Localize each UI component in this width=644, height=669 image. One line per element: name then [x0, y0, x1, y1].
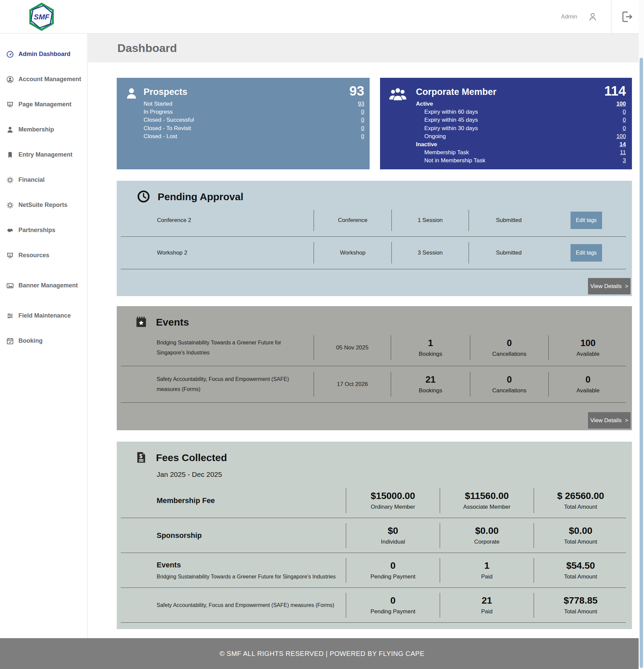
row-count-link[interactable]: 93 — [358, 101, 364, 107]
view-details-button[interactable]: View Details > — [588, 412, 631, 429]
presentation-board-icon — [6, 101, 14, 109]
sidebar-item-account-management[interactable]: Account Management — [0, 67, 87, 92]
row-count-link[interactable]: 0 — [361, 117, 364, 124]
fee-stat: $0Individual — [346, 518, 440, 553]
sidebar-item-financial[interactable]: Financial — [0, 167, 87, 193]
stat-value: $15000.00 — [370, 490, 415, 501]
row-count-link[interactable]: 100 — [616, 101, 626, 107]
row-count-link[interactable]: 0 — [361, 109, 364, 115]
fees-row: Safety Accountability, Focus and Empower… — [117, 588, 632, 622]
edit-tags-button[interactable]: Edit tags — [571, 212, 602, 229]
stat-label: Total Amount — [564, 504, 597, 510]
fee-subitem: Safety Accountability, Focus and Empower… — [157, 602, 342, 608]
row-count-link[interactable]: 11 — [620, 149, 626, 156]
row-count-link[interactable]: 0 — [623, 109, 626, 115]
row-label: Ongoing — [416, 133, 446, 140]
sidebar-item-label: Booking — [18, 337, 43, 345]
sidebar-item-label: Account Management — [18, 75, 81, 83]
row-count-link[interactable]: 0 — [361, 125, 364, 132]
row-count-link[interactable]: 0 — [623, 125, 626, 132]
pending-row: Conference 2 Conference 1 Session Submit… — [117, 204, 632, 237]
sidebar-item-field-maintenance[interactable]: Field Maintenance — [0, 303, 87, 328]
stat-value: 1 — [484, 560, 490, 571]
person-icon — [125, 87, 138, 101]
sidebar-item-label: Banner Management — [18, 282, 78, 289]
sliders-icon — [6, 312, 14, 320]
stat-value: 0 — [507, 374, 512, 385]
fees-title: Fees Collected — [156, 452, 227, 464]
prospects-title: Prospects — [143, 87, 187, 97]
stat-value: $778.85 — [563, 595, 597, 606]
stat-label: Cancellations — [492, 351, 526, 357]
sidebar-item-banner-management[interactable]: Banner Management — [0, 268, 87, 303]
user-profile-icon[interactable] — [587, 11, 598, 22]
row-count-link[interactable]: 0 — [623, 117, 626, 124]
fees-period: Jan 2025 - Dec 2025 — [157, 470, 632, 479]
sidebar-item-label: Page Management — [18, 101, 71, 108]
stat-value: $0.00 — [569, 526, 592, 536]
view-details-button[interactable]: View Details > — [588, 278, 631, 295]
sidebar-item-resources[interactable]: Resources — [0, 243, 87, 268]
fee-stat: $0.00Total Amount — [534, 518, 632, 553]
stat-value: $0.00 — [475, 526, 499, 536]
event-name: Bridging Sustainability Towards a Greene… — [117, 330, 313, 366]
fee-stat: $0.00Corporate — [440, 518, 534, 553]
edit-tags-button[interactable]: Edit tags — [571, 244, 602, 261]
page-title: Dashboard — [117, 33, 644, 62]
bookmark-icon — [6, 151, 14, 159]
pending-approval-panel: Pending Approval Conference 2 Conference… — [117, 181, 632, 296]
sidebar-item-membership[interactable]: Membership — [0, 117, 87, 142]
row-count-link[interactable]: 0 — [361, 133, 364, 140]
event-bookings-stat: 1Bookings — [391, 330, 470, 366]
entry-status: Submitted — [469, 204, 549, 237]
clock-icon — [137, 190, 150, 204]
entry-type: Conference — [314, 204, 391, 237]
row-label: Not in Membership Task — [416, 157, 485, 164]
fees-row: Events Bridging Sustainability Towards a… — [117, 553, 632, 587]
sidebar-item-netsuite-reports[interactable]: NetSuite Reports — [0, 193, 87, 218]
corporate-row: Expiry within 45 days0 — [416, 116, 626, 124]
view-details-label: View Details — [590, 417, 621, 424]
sidebar-item-partnerships[interactable]: Partnerships — [0, 218, 87, 243]
sidebar-item-entry-management[interactable]: Entry Management — [0, 142, 87, 167]
fee-stat: $54.50Total Amount — [534, 553, 632, 587]
sidebar-item-label: Admin Dashboard — [18, 50, 70, 58]
events-panel: Events Bridging Sustainability Towards a… — [117, 306, 632, 430]
row-count-link[interactable]: 100 — [616, 133, 626, 140]
logout-icon[interactable] — [620, 10, 634, 24]
entry-name: Workshop 2 — [117, 237, 313, 269]
fees-row: Sponsorship $0Individual $0.00Corporate … — [117, 518, 632, 553]
entry-sessions: 1 Session — [392, 204, 468, 237]
row-label: Inactive — [416, 141, 437, 148]
smf-logo-icon: SMF — [27, 2, 56, 31]
stat-label: Available — [577, 387, 600, 394]
prospects-row: In Progress0 — [143, 108, 364, 116]
stat-value: $0 — [388, 526, 398, 536]
stat-label: Total Amount — [564, 608, 597, 615]
stat-label: Individual — [381, 539, 405, 545]
row-count-link[interactable]: 14 — [619, 141, 626, 148]
sidebar-item-page-management[interactable]: Page Management — [0, 92, 87, 117]
prospects-row: Closed - Successful0 — [143, 116, 364, 124]
corporate-row: Inactive14 — [416, 141, 626, 148]
sidebar-item-admin-dashboard[interactable]: Admin Dashboard — [0, 42, 87, 67]
row-label: Closed - Successful — [143, 117, 194, 124]
prospects-card: Prospects 93 Not Started93 In Progress0 … — [117, 78, 369, 169]
entry-type: Workshop — [314, 237, 391, 269]
stat-value: $54.50 — [566, 560, 595, 571]
stat-value: $ 26560.00 — [557, 490, 604, 501]
fee-stat: $778.85Total Amount — [534, 588, 632, 622]
stat-label: Bookings — [419, 387, 443, 394]
stat-label: Paid — [481, 608, 492, 615]
row-count-link[interactable]: 3 — [623, 157, 626, 164]
svg-text:SMF: SMF — [34, 13, 50, 21]
fee-category: Membership Fee — [157, 496, 342, 505]
fee-stat: 0Pending Payment — [346, 553, 440, 587]
stat-value: 0 — [390, 595, 396, 606]
page-scrollbar — [639, 0, 644, 669]
sidebar-item-label: Resources — [18, 252, 49, 259]
sidebar-item-booking[interactable]: Booking — [0, 328, 87, 354]
prospects-row: Not Started93 — [143, 100, 364, 108]
fee-stat: $ 26560.00Total Amount — [534, 483, 632, 518]
scrollbar-thumb[interactable] — [640, 58, 643, 668]
